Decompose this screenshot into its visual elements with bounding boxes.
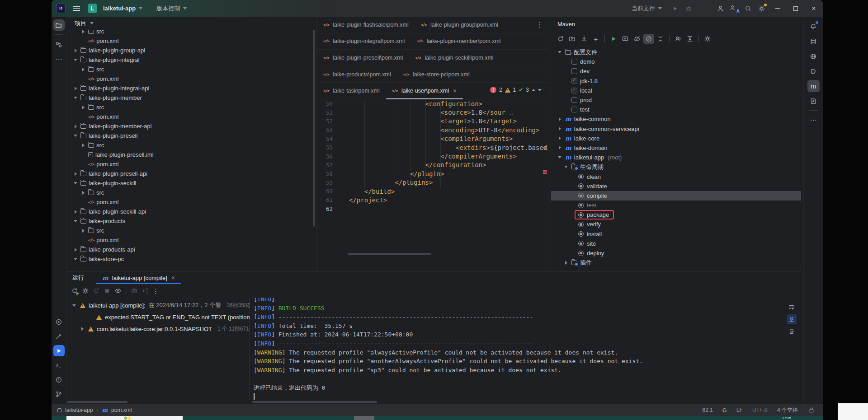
search-everywhere-icon[interactable] (741, 2, 755, 15)
camera-icon[interactable] (129, 286, 139, 296)
checkbox-checked[interactable] (571, 88, 577, 93)
maven-tree-item[interactable]: mlaike-core (551, 134, 801, 143)
project-tree-item[interactable]: laike-plugin-seckill-api (67, 207, 313, 216)
chevron-right-icon[interactable] (73, 125, 78, 128)
editor-tab[interactable]: </>laike-plugin-group\pom.xml (415, 17, 505, 33)
lock-icon[interactable] (807, 406, 816, 414)
chevron-down-icon[interactable] (557, 156, 562, 159)
project-tree-item[interactable]: src (67, 226, 313, 235)
project-tree-scrollbar[interactable] (313, 30, 315, 227)
project-tree-item[interactable]: laike-plugin-seckill (67, 178, 313, 188)
checkbox[interactable] (571, 107, 577, 112)
problems-icon[interactable] (53, 374, 65, 385)
export-icon[interactable] (140, 286, 150, 296)
breadcrumb-project[interactable]: laiketui-app (65, 407, 93, 413)
chevron-right-icon[interactable] (73, 87, 78, 90)
chevron-right-icon[interactable] (557, 117, 562, 121)
dictionary-icon[interactable] (807, 95, 820, 107)
editor-tab[interactable]: </>laike-products\pom.xml (317, 66, 397, 83)
editor-horizontal-scrollbar[interactable] (348, 253, 431, 255)
project-tree-item[interactable]: laike-plugin-integral (67, 55, 313, 65)
download-sources-icon[interactable] (579, 34, 590, 44)
analyze-dependencies-icon[interactable] (673, 34, 684, 44)
maven-tree-item[interactable]: 插件 (551, 258, 801, 267)
settings-icon[interactable] (755, 2, 769, 15)
chevron-right-icon[interactable] (73, 248, 78, 252)
skip-tests-icon[interactable] (643, 34, 654, 44)
more-icon[interactable]: ⋯ (807, 114, 820, 126)
maven-tree-item[interactable]: deploy (551, 248, 801, 258)
inspections-widget[interactable]: !2 1 ✔3 (487, 85, 545, 94)
maven-tree-item[interactable]: verify (551, 219, 801, 229)
chevron-right-icon[interactable] (80, 30, 86, 33)
run-tab[interactable]: m laiketui-app [compile] × (96, 271, 181, 284)
project-tree-item[interactable]: src (67, 65, 313, 74)
chevron-down-icon[interactable] (557, 51, 562, 53)
maven-tree-item[interactable]: test (551, 105, 801, 114)
editor-tab[interactable]: </>laike-store-pc\pom.xml (397, 66, 476, 83)
reload-icon[interactable] (555, 34, 566, 44)
project-tree-item[interactable]: laike-store-pc (67, 254, 313, 264)
maven-icon[interactable]: m (807, 80, 820, 92)
project-tree-item[interactable]: </>pom.xml (67, 112, 313, 121)
stop-icon[interactable] (102, 286, 112, 296)
chevron-down-icon[interactable] (73, 182, 78, 184)
notifications-icon[interactable] (807, 20, 820, 33)
checkbox[interactable] (571, 97, 577, 103)
maven-tree-item[interactable]: 配置文件 (551, 47, 801, 57)
expand-all-icon[interactable] (684, 34, 695, 44)
soft-wrap-icon[interactable] (787, 302, 797, 312)
maven-tree-item[interactable]: prod (551, 95, 801, 105)
run-tree-item[interactable]: laiketui-app [compile]:在 2024/6/14 17:22… (67, 299, 250, 311)
prev-problem-icon[interactable] (532, 89, 535, 91)
project-tree-item[interactable]: src (67, 140, 313, 150)
maven-tree-item[interactable]: site (551, 239, 801, 248)
chevron-down-icon[interactable] (73, 258, 78, 260)
editor-tab[interactable]: </>laike-plugin-presell\pom.xml (317, 50, 409, 66)
maven-tree-item[interactable]: mlaike-domain (551, 143, 801, 153)
services-icon[interactable] (53, 316, 65, 327)
add-icon[interactable]: + (590, 34, 601, 44)
editor-tab[interactable]: </>laike-task\pom.xml (317, 83, 386, 99)
more-icon[interactable]: ⋮ (151, 286, 161, 296)
rerun-icon[interactable] (69, 286, 80, 296)
chevron-right-icon[interactable] (557, 136, 562, 140)
chevron-right-icon[interactable] (73, 172, 78, 176)
project-tree-item[interactable]: </>pom.xml (67, 235, 313, 245)
maven-tree-item[interactable]: mlaike-common-serviceapi (551, 124, 801, 134)
run-tree-horizontal-scrollbar[interactable] (67, 401, 127, 403)
run-tree-item[interactable]: com.laiketui:laike-core:jar:0.0.1-SNAPSH… (67, 323, 250, 335)
structure-icon[interactable] (53, 39, 65, 50)
minimize-button[interactable] (769, 0, 787, 17)
chevron-right-icon[interactable] (80, 68, 86, 71)
project-tree-item[interactable]: laike-plugin-presell.iml (67, 150, 313, 159)
view-options-icon[interactable] (113, 286, 123, 296)
project-switcher[interactable]: laiketui-app (103, 5, 142, 12)
vcs-widget[interactable]: 版本控制 (156, 5, 187, 13)
project-tree-item[interactable]: laike-plugin-member (67, 93, 313, 103)
maven-tree-item[interactable]: compile (551, 191, 801, 201)
maven-tree-item[interactable]: test (551, 201, 801, 210)
restart-icon[interactable] (91, 286, 101, 296)
maven-tree-item[interactable]: clean (551, 172, 801, 181)
close-tab-icon[interactable]: × (453, 87, 457, 94)
maven-tree-item[interactable]: local (551, 86, 801, 95)
run-icon[interactable] (608, 34, 619, 44)
edit-configuration-icon[interactable] (80, 286, 90, 296)
terminal-icon[interactable] (53, 359, 65, 371)
line-separator[interactable]: LF (736, 407, 743, 413)
code-viewport[interactable]: 50<configuration>51<source>1.8</sour ‥52… (317, 99, 548, 271)
taskbar-window-preview[interactable] (66, 416, 183, 420)
chevron-right-icon[interactable] (80, 106, 86, 109)
settings-icon[interactable] (702, 34, 713, 44)
main-menu-icon[interactable] (71, 4, 82, 13)
project-icon[interactable] (53, 19, 65, 31)
project-tree-item[interactable]: laike-products (67, 216, 313, 226)
tabs-more-icon[interactable]: ⋮ (536, 21, 543, 29)
caret-position[interactable]: 62:1 (702, 407, 712, 413)
run-icon[interactable] (53, 345, 65, 356)
maven-tree-item[interactable]: mlaike-common (551, 114, 801, 124)
project-panel-header[interactable]: 项目 (67, 17, 316, 30)
checkbox[interactable] (571, 68, 577, 74)
maven-tree-item[interactable]: validate (551, 182, 801, 191)
